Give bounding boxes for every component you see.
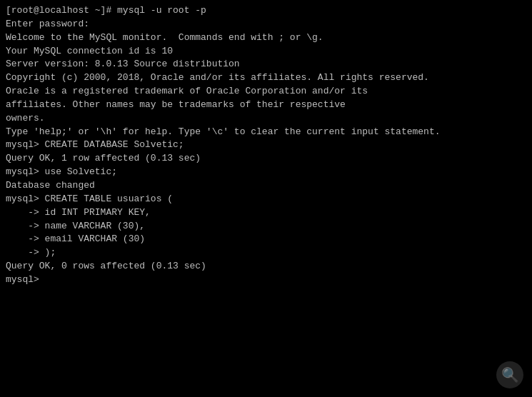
- terminal-line: Type 'help;' or '\h' for help. Type '\c'…: [6, 126, 526, 139]
- terminal-line: affiliates. Other names may be trademark…: [6, 99, 526, 112]
- terminal-line: Database changed: [6, 179, 526, 193]
- terminal-line: Query OK, 0 rows affected (0.13 sec): [6, 260, 526, 273]
- terminal-line: Query OK, 1 row affected (0.13 sec): [6, 152, 526, 166]
- terminal-line: Enter password:: [6, 18, 526, 31]
- terminal-output: [root@localhost ~]# mysql -u root -pEnte…: [6, 4, 526, 287]
- terminal-line: owners.: [6, 112, 526, 126]
- terminal-line: mysql> CREATE DATABASE Solvetic;: [6, 139, 526, 152]
- terminal-window[interactable]: [root@localhost ~]# mysql -u root -pEnte…: [0, 0, 532, 397]
- terminal-line: Oracle is a registered trademark of Orac…: [6, 85, 526, 99]
- terminal-line: mysql> CREATE TABLE usuarios (: [6, 193, 526, 206]
- terminal-line: Server version: 8.0.13 Source distributi…: [6, 58, 526, 71]
- terminal-line: mysql> use Solvetic;: [6, 166, 526, 179]
- terminal-line: -> name VARCHAR (30),: [6, 220, 526, 233]
- terminal-line: -> );: [6, 246, 526, 260]
- terminal-line: -> id INT PRIMARY KEY,: [6, 206, 526, 220]
- watermark-icon: 🔍: [496, 361, 523, 388]
- terminal-line: mysql>: [6, 273, 526, 287]
- terminal-line: [root@localhost ~]# mysql -u root -p: [6, 4, 526, 18]
- terminal-line: Welcome to the MySQL monitor. Commands e…: [6, 31, 526, 45]
- terminal-line: Copyright (c) 2000, 2018, Oracle and/or …: [6, 71, 526, 85]
- terminal-line: -> email VARCHAR (30): [6, 233, 526, 246]
- terminal-line: Your MySQL connection id is 10: [6, 45, 526, 59]
